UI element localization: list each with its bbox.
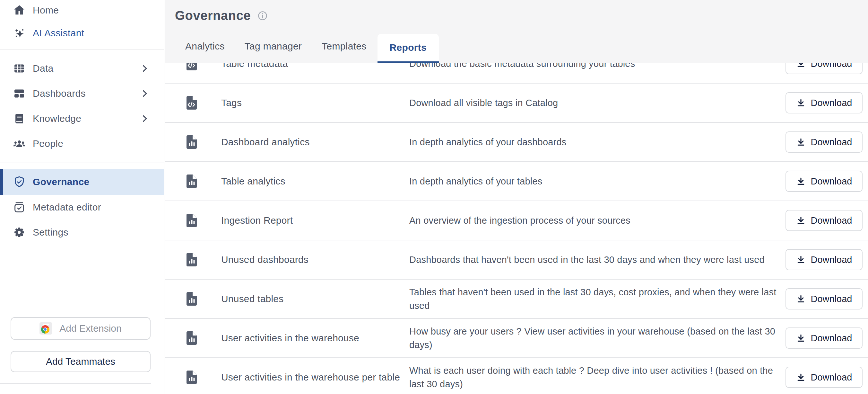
page-title: Governance (175, 8, 251, 23)
sidebar-item-home[interactable]: Home (0, 0, 164, 21)
dashboards-icon (13, 87, 26, 100)
sidebar-item-label: People (33, 138, 63, 149)
report-row-ingestion-report: Ingestion Report An overview of the inge… (165, 201, 868, 241)
tab-templates[interactable]: Templates (322, 41, 366, 63)
download-icon (796, 333, 806, 343)
add-teammates-button[interactable]: Add Teammates (10, 351, 151, 372)
sidebar-item-knowledge[interactable]: Knowledge (0, 106, 164, 131)
report-name: User activities in the warehouse (221, 333, 401, 343)
sidebar-item-ai-assistant[interactable]: AI Assistant (0, 21, 164, 46)
file-chart-icon (185, 252, 199, 267)
report-description: In depth analytics of your tables (409, 174, 778, 188)
report-name: Unused tables (221, 293, 401, 304)
download-button[interactable]: Download (785, 367, 863, 388)
sidebar-item-people[interactable]: People (0, 131, 164, 156)
file-chart-icon (185, 331, 199, 345)
sidebar-item-governance[interactable]: Governance (0, 169, 164, 195)
download-button[interactable]: Download (785, 92, 863, 113)
sidebar-item-metadata-editor[interactable]: Metadata editor (0, 195, 164, 220)
report-name: Ingestion Report (221, 215, 401, 226)
report-name: Tags (221, 97, 401, 108)
info-icon[interactable] (258, 11, 268, 21)
tab-bar: Analytics Tag manager Templates Reports (185, 34, 439, 63)
add-extension-label: Add Extension (59, 323, 121, 334)
file-chart-icon (185, 213, 199, 228)
file-chart-icon (185, 135, 199, 149)
report-row-user-activities-per-table: User activities in the warehouse per tab… (165, 358, 868, 394)
report-description: An overview of the ingestion process of … (409, 214, 778, 227)
download-button[interactable]: Download (785, 249, 863, 270)
sidebar-item-label: Metadata editor (33, 202, 101, 213)
report-row-dashboard-analytics: Dashboard analytics In depth analytics o… (165, 123, 868, 162)
chrome-webstore-icon (39, 322, 52, 335)
report-row-unused-tables: Unused tables Tables that haven't been u… (165, 280, 868, 319)
download-icon (796, 255, 806, 264)
sidebar-bottom-divider (0, 383, 151, 384)
sidebar-divider (0, 50, 164, 50)
report-row-table-analytics: Table analytics In depth analytics of yo… (165, 162, 868, 201)
tab-analytics[interactable]: Analytics (185, 41, 225, 63)
chevron-right-icon (139, 113, 150, 124)
add-extension-button[interactable]: Add Extension (10, 317, 151, 340)
download-icon (796, 98, 806, 108)
download-button[interactable]: Download (785, 328, 863, 349)
download-button[interactable]: Download (785, 210, 863, 231)
download-button[interactable]: Download (785, 288, 863, 309)
report-row-user-activities-warehouse: User activities in the warehouse How bus… (165, 319, 868, 358)
settings-gear-icon (13, 226, 26, 239)
sparkles-icon (13, 27, 26, 39)
download-button[interactable]: Download (785, 132, 863, 153)
download-icon (796, 294, 806, 304)
report-row-unused-dashboards: Unused dashboards Dashboards that haven'… (165, 241, 868, 280)
report-description: In depth analytics of your dashboards (409, 135, 778, 149)
sidebar-item-label: AI Assistant (33, 28, 84, 38)
report-description: Tables that haven't been used in the las… (409, 285, 778, 312)
page-header: Governance Analytics Tag manager Templat… (165, 0, 868, 63)
sidebar-item-data[interactable]: Data (0, 56, 164, 81)
report-name: Table analytics (221, 176, 401, 187)
add-teammates-label: Add Teammates (46, 356, 115, 367)
download-icon (796, 216, 806, 225)
people-icon (13, 137, 26, 150)
download-icon (796, 176, 806, 186)
sidebar-divider (0, 163, 164, 163)
sidebar-item-label: Home (33, 5, 59, 16)
reports-list: Table metadata Download the basic metada… (165, 44, 868, 394)
tab-reports[interactable]: Reports (377, 34, 439, 63)
metadata-editor-icon (13, 201, 26, 214)
download-icon (796, 137, 806, 147)
sidebar: Home AI Assistant Data Dashboards Knowle… (0, 0, 164, 394)
sidebar-item-label: Governance (33, 176, 89, 187)
report-row-tags: Tags Download all visible tags in Catalo… (165, 84, 868, 123)
report-description: Download all visible tags in Catalog (409, 96, 778, 110)
sidebar-item-dashboards[interactable]: Dashboards (0, 81, 164, 106)
main-content: Table metadata Download the basic metada… (165, 0, 868, 394)
knowledge-book-icon (13, 112, 26, 125)
tab-tag-manager[interactable]: Tag manager (245, 41, 302, 63)
sidebar-item-label: Settings (33, 227, 68, 238)
report-name: Dashboard analytics (221, 137, 401, 147)
report-description: How busy are your users ? View user acti… (409, 325, 778, 351)
file-chart-icon (185, 370, 199, 385)
report-name: User activities in the warehouse per tab… (221, 372, 401, 383)
sidebar-item-label: Data (33, 63, 54, 74)
download-button[interactable]: Download (785, 171, 863, 192)
sidebar-item-label: Dashboards (33, 88, 86, 99)
report-description: What is each user doing with each table … (409, 364, 778, 391)
report-name: Unused dashboards (221, 254, 401, 265)
sidebar-item-settings[interactable]: Settings (0, 220, 164, 245)
sidebar-item-label: Knowledge (33, 113, 81, 124)
file-code-icon (185, 95, 199, 110)
home-icon (13, 4, 26, 17)
data-grid-icon (13, 62, 26, 75)
file-chart-icon (185, 174, 199, 189)
file-chart-icon (185, 291, 199, 306)
shield-check-icon (13, 175, 26, 189)
report-description: Dashboards that haven't been used in the… (409, 253, 778, 266)
chevron-right-icon (139, 88, 150, 99)
download-icon (796, 372, 806, 382)
chevron-right-icon (139, 63, 150, 74)
